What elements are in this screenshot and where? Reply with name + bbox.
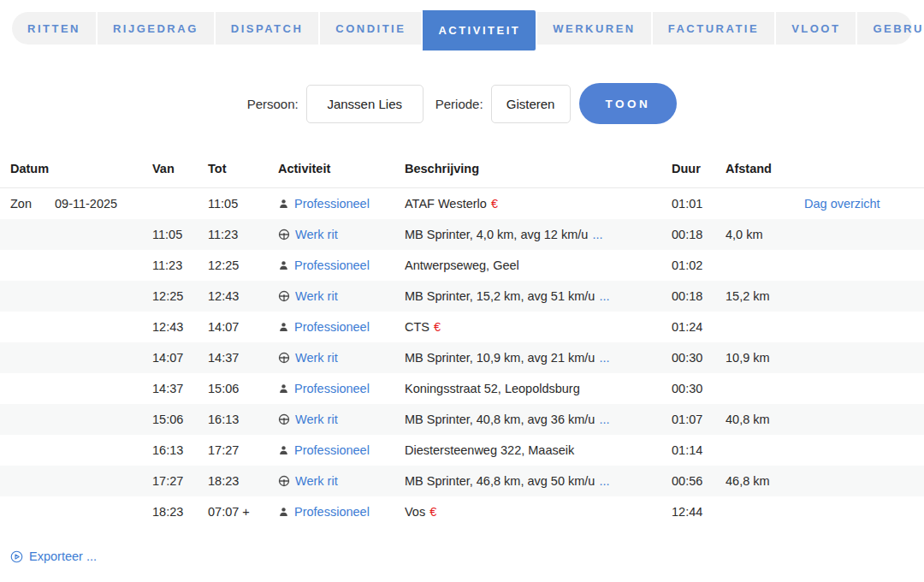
cell-day-overview: Dag overzicht xyxy=(804,197,924,211)
cell-tot: 07:07 + xyxy=(208,505,278,519)
day-overview-link[interactable]: Dag overzicht xyxy=(804,197,880,211)
cell-distance: 10,9 km xyxy=(726,351,804,365)
more-link[interactable]: ... xyxy=(599,474,609,488)
cell-duration: 12:44 xyxy=(672,505,726,519)
cell-van: 11:23 xyxy=(152,258,208,272)
header-beschrijving: Beschrijving xyxy=(405,162,672,175)
tab-ritten[interactable]: RITTEN xyxy=(12,12,96,45)
person-icon xyxy=(278,199,289,210)
cell-van: 12:25 xyxy=(152,289,208,303)
tab-vloot[interactable]: VLOOT xyxy=(774,12,856,45)
cell-tot: 18:23 xyxy=(208,474,278,488)
activity-link[interactable]: Professioneel xyxy=(294,382,370,395)
description-text: Vos xyxy=(405,505,425,519)
steering-wheel-icon xyxy=(278,475,290,487)
cell-van: 12:43 xyxy=(152,320,208,334)
export-play-icon xyxy=(10,550,23,563)
cell-van: 14:37 xyxy=(152,382,208,395)
more-link[interactable]: ... xyxy=(599,289,609,303)
filter-bar: Persoon: Periode: TOON xyxy=(0,83,924,124)
export-link[interactable]: Exporteer ... xyxy=(29,549,97,563)
steering-wheel-icon xyxy=(278,352,290,364)
tab-facturatie[interactable]: FACTURATIE xyxy=(651,12,774,45)
cell-tot: 14:07 xyxy=(208,320,278,334)
persoon-label: Persoon: xyxy=(247,97,299,111)
steering-wheel-icon xyxy=(278,413,290,425)
tab-rijgedrag[interactable]: RIJGEDRAG xyxy=(96,12,214,45)
cell-distance: 4,0 km xyxy=(726,228,804,241)
table-row: 17:27 18:23 Werk rit MB Sprinter, 46,8 k… xyxy=(0,466,924,496)
cell-activity: Werk rit xyxy=(278,413,405,426)
cell-description: MB Sprinter, 40,8 km, avg 36 km/u ... xyxy=(405,413,672,426)
cell-activity: Professioneel xyxy=(278,258,405,272)
tab-activiteit[interactable]: ACTIVITEIT xyxy=(421,10,536,50)
cell-activity: Professioneel xyxy=(278,197,405,211)
steering-wheel-icon xyxy=(278,229,290,241)
activity-link[interactable]: Werk rit xyxy=(295,413,338,426)
cell-description: ATAF Westerlo € xyxy=(405,197,672,211)
description-text: MB Sprinter, 46,8 km, avg 50 km/u xyxy=(405,474,595,488)
activity-link[interactable]: Werk rit xyxy=(295,474,338,488)
cell-van: 15:06 xyxy=(152,413,208,426)
euro-indicator: € xyxy=(491,197,498,211)
activity-link[interactable]: Professioneel xyxy=(294,505,370,519)
cell-tot: 12:25 xyxy=(208,258,278,272)
activity-link[interactable]: Werk rit xyxy=(295,228,338,241)
tab-werkuren[interactable]: WERKUREN xyxy=(536,12,651,45)
activity-link[interactable]: Professioneel xyxy=(294,197,370,211)
cell-date: 09-11-2025 xyxy=(55,197,152,211)
more-link[interactable]: ... xyxy=(599,351,609,365)
cell-activity: Werk rit xyxy=(278,289,405,303)
header-afstand: Afstand xyxy=(726,162,804,175)
persoon-input[interactable] xyxy=(306,85,424,123)
person-icon xyxy=(278,383,289,395)
tab-dispatch[interactable]: DISPATCH xyxy=(214,12,319,45)
cell-activity: Werk rit xyxy=(278,474,405,488)
table-row: Zon 09-11-2025 11:05 Professioneel ATAF … xyxy=(0,188,924,219)
tab-bar: RITTEN RIJGEDRAG DISPATCH CONDITIE ACTIV… xyxy=(12,12,912,45)
person-icon xyxy=(278,445,289,456)
cell-duration: 00:56 xyxy=(672,474,726,488)
cell-description: CTS € xyxy=(405,320,672,334)
periode-label: Periode: xyxy=(435,97,483,111)
more-link[interactable]: ... xyxy=(599,413,609,426)
cell-description: Antwerpseweg, Geel xyxy=(405,258,672,272)
description-text: Antwerpseweg, Geel xyxy=(405,258,519,272)
activity-link[interactable]: Professioneel xyxy=(294,320,370,334)
cell-description: Koningsstraat 52, Leopoldsburg xyxy=(405,382,672,395)
cell-duration: 01:07 xyxy=(672,413,726,426)
more-link[interactable]: ... xyxy=(592,228,602,241)
activity-link[interactable]: Werk rit xyxy=(295,289,338,303)
cell-duration: 01:02 xyxy=(672,258,726,272)
toon-button[interactable]: TOON xyxy=(579,83,678,124)
cell-duration: 01:24 xyxy=(672,320,726,334)
cell-duration: 00:30 xyxy=(672,382,726,395)
table-row: 12:43 14:07 Professioneel CTS € 01:24 xyxy=(0,312,924,342)
person-icon xyxy=(278,260,289,271)
cell-activity: Werk rit xyxy=(278,351,405,365)
tab-gebruik[interactable]: GEBRUIK xyxy=(856,12,924,45)
person-icon xyxy=(278,507,289,518)
header-duur: Duur xyxy=(672,162,726,175)
description-text: MB Sprinter, 10,9 km, avg 21 km/u xyxy=(405,351,595,365)
cell-van: 18:23 xyxy=(152,505,208,519)
cell-description: Diestersteenweg 322, Maaseik xyxy=(405,443,672,457)
activity-table: Datum Van Tot Activiteit Beschrijving Du… xyxy=(0,153,924,527)
tab-conditie[interactable]: CONDITIE xyxy=(318,12,421,45)
cell-description: Vos € xyxy=(405,505,672,519)
activity-link[interactable]: Professioneel xyxy=(294,258,370,272)
periode-input[interactable] xyxy=(491,85,571,123)
cell-activity: Professioneel xyxy=(278,320,405,334)
table-row: 11:05 11:23 Werk rit MB Sprinter, 4,0 km… xyxy=(0,219,924,250)
header-tot: Tot xyxy=(208,162,278,175)
description-text: MB Sprinter, 40,8 km, avg 36 km/u xyxy=(405,413,595,426)
table-body: Zon 09-11-2025 11:05 Professioneel ATAF … xyxy=(0,188,924,527)
euro-indicator: € xyxy=(434,320,441,334)
cell-van: 16:13 xyxy=(152,443,208,457)
header-datum: Datum xyxy=(10,162,152,175)
cell-van: 17:27 xyxy=(152,474,208,488)
activity-link[interactable]: Professioneel xyxy=(294,443,370,457)
activity-link[interactable]: Werk rit xyxy=(295,351,338,365)
cell-description: MB Sprinter, 4,0 km, avg 12 km/u ... xyxy=(405,228,672,241)
description-text: CTS xyxy=(405,320,429,334)
